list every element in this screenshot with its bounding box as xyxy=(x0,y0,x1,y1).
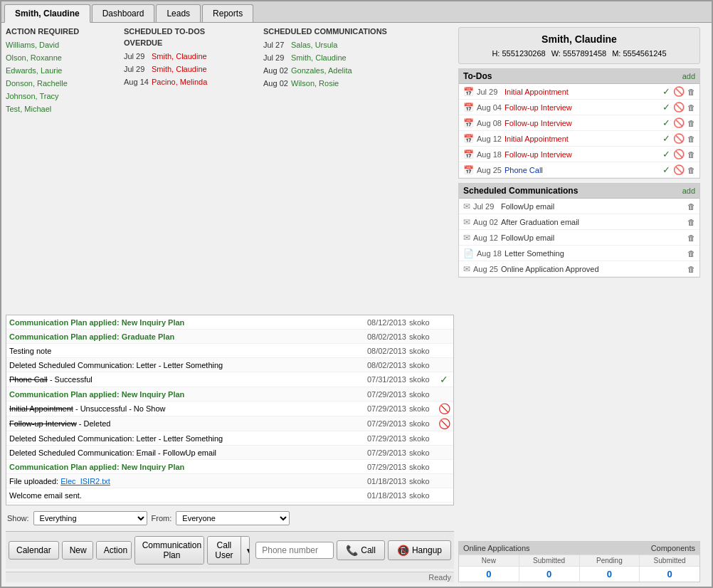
email-icon: ✉ xyxy=(463,264,470,274)
comm-trash-icon[interactable]: 🗑 xyxy=(687,233,695,242)
show-label: Show: xyxy=(7,514,29,523)
todo-no-icon[interactable]: 🚫 xyxy=(673,117,685,128)
tab-smith-claudine[interactable]: Smith, Claudine xyxy=(4,4,90,23)
comm-trash-icon[interactable]: 🗑 xyxy=(687,218,695,226)
comm-date: Aug 02 xyxy=(263,77,288,90)
call-label: Call xyxy=(361,545,376,555)
main-window: Smith, Claudine Dashboard Leads Reports … xyxy=(0,0,713,588)
todo-no-icon[interactable]: 🚫 xyxy=(673,133,685,144)
todo-row-name[interactable]: Follow-up Interview xyxy=(505,103,660,112)
todo-row-name[interactable]: Phone Call xyxy=(505,166,660,174)
show-select[interactable]: Everything Notes Todos xyxy=(33,511,147,525)
todo-check-icon[interactable]: ✓ xyxy=(662,164,670,175)
todo-check-icon[interactable]: ✓ xyxy=(662,149,670,159)
todo-trash-icon[interactable]: 🗑 xyxy=(687,166,695,174)
todo-name[interactable]: Smith, Claudine xyxy=(152,50,207,63)
log-row: Communication Plan applied: Graduate Pla… xyxy=(6,330,453,344)
log-user: skoko xyxy=(409,434,438,443)
todo-row-name[interactable]: Follow-up Interview xyxy=(505,150,660,159)
overdue-label: OVERDUE xyxy=(124,38,259,47)
log-text: Communication Plan applied: New Inquiry … xyxy=(9,390,356,399)
todo-row-name[interactable]: Initial Appointment xyxy=(505,88,660,96)
contact-work-phone: W: 5557891458 xyxy=(551,49,606,58)
todo-trash-icon[interactable]: 🗑 xyxy=(687,103,695,112)
log-user: skoko xyxy=(409,404,438,413)
comm-trash-icon[interactable]: 🗑 xyxy=(687,202,695,211)
action-item[interactable]: Donson, Rachelle xyxy=(6,77,120,90)
call-user-button[interactable]: Call User xyxy=(208,537,241,564)
log-date: 07/29/2013 xyxy=(356,463,409,471)
comm-date: Jul 27 xyxy=(263,38,288,51)
comm-trash-icon[interactable]: 🗑 xyxy=(687,249,695,258)
scheduled-comms-title: SCHEDULED COMMUNICATIONS xyxy=(263,27,454,36)
todo-trash-icon[interactable]: 🗑 xyxy=(687,135,695,143)
no-icon: 🚫 xyxy=(438,418,450,429)
tab-leads[interactable]: Leads xyxy=(156,4,201,22)
action-item[interactable]: Williams, David xyxy=(6,38,120,51)
scheduled-todos-section: SCHEDULED TO-DOS OVERDUE Jul 29 Smith, C… xyxy=(124,27,259,312)
action-item[interactable]: Olson, Roxanne xyxy=(6,51,120,64)
log-user: skoko xyxy=(409,361,438,369)
comm-row-date: Aug 18 xyxy=(477,249,502,258)
apps-header: Online Applications Components xyxy=(459,542,699,555)
new-button[interactable]: New xyxy=(63,542,93,559)
todo-no-icon[interactable]: 🚫 xyxy=(673,102,685,112)
todo-row-name[interactable]: Follow-up Interview xyxy=(505,119,660,127)
log-row: Deleted Scheduled Communication: Email -… xyxy=(6,446,453,460)
todos-add-link[interactable]: add xyxy=(682,72,695,80)
todo-row-name[interactable]: Initial Appointment xyxy=(505,135,660,143)
apps-col-submitted: Submitted 0 xyxy=(519,555,580,582)
log-date: 07/29/2013 xyxy=(356,448,409,457)
comm-row: ✉ Aug 12 FollowUp email 🗑 xyxy=(459,230,699,246)
log-user: skoko xyxy=(409,419,438,428)
apps-col-submitted-val: 0 xyxy=(519,567,579,582)
todo-check-icon[interactable]: ✓ xyxy=(662,133,670,144)
apps-col-comp-submitted-label: Submitted xyxy=(640,555,699,567)
todo-check-icon[interactable]: ✓ xyxy=(662,102,670,112)
comm-name[interactable]: Gonzales, Adelita xyxy=(291,64,352,77)
call-user-dropdown-arrow[interactable]: ▼ xyxy=(241,537,250,564)
todo-item: Jul 29 Smith, Claudine xyxy=(124,63,259,75)
comms-add-link[interactable]: add xyxy=(682,187,695,195)
hangup-button[interactable]: 📵 Hangup xyxy=(388,540,451,560)
comm-row-name: FollowUp email xyxy=(501,202,685,211)
comm-name[interactable]: Smith, Claudine xyxy=(291,51,347,64)
toolbar: Calendar New ▼ Action ▼ Communication Pl… xyxy=(6,531,454,569)
calendar-icon: 📅 xyxy=(463,87,474,97)
tab-dashboard[interactable]: Dashboard xyxy=(92,4,155,22)
letter-icon: 📄 xyxy=(463,248,474,258)
todo-no-icon[interactable]: 🚫 xyxy=(673,164,685,175)
action-button[interactable]: Action xyxy=(97,542,132,559)
comm-trash-icon[interactable]: 🗑 xyxy=(687,265,695,273)
action-item[interactable]: Edwards, Laurie xyxy=(6,64,120,77)
email-icon: ✉ xyxy=(463,217,470,227)
tab-reports[interactable]: Reports xyxy=(202,4,253,22)
todo-date: Aug 14 xyxy=(124,75,149,88)
log-text: Initial Appointment - Unsuccessful - No … xyxy=(9,404,356,413)
todo-no-icon[interactable]: 🚫 xyxy=(673,149,685,159)
comm-name[interactable]: Wilson, Rosie xyxy=(291,77,339,90)
todo-check-icon[interactable]: ✓ xyxy=(662,86,670,97)
action-item[interactable]: Test, Michael xyxy=(6,103,120,115)
action-item[interactable]: Johnson, Tracy xyxy=(6,90,120,103)
comm-name[interactable]: Salas, Ursula xyxy=(291,38,337,51)
phone-input[interactable] xyxy=(255,542,334,559)
calendar-button[interactable]: Calendar xyxy=(9,541,59,560)
call-button[interactable]: 📞 Call xyxy=(337,540,385,560)
todos-header: To-Dos add xyxy=(459,69,699,84)
todo-name[interactable]: Smith, Claudine xyxy=(152,63,207,75)
tab-bar: Smith, Claudine Dashboard Leads Reports xyxy=(1,1,712,23)
log-row: Deleted Scheduled Communication: Letter … xyxy=(6,358,453,372)
left-panel: ACTION REQUIRED Williams, David Olson, R… xyxy=(6,27,454,582)
log-container[interactable]: Communication Plan applied: New Inquiry … xyxy=(6,315,453,505)
todo-no-icon[interactable]: 🚫 xyxy=(673,86,685,97)
comm-plan-button[interactable]: Communication Plan xyxy=(135,537,205,564)
from-select[interactable]: Everyone Me xyxy=(176,511,290,525)
todo-row: 📅 Jul 29 Initial Appointment ✓ 🚫 🗑 xyxy=(459,84,699,100)
todo-trash-icon[interactable]: 🗑 xyxy=(687,88,695,96)
action-required-title: ACTION REQUIRED xyxy=(6,27,120,36)
todo-trash-icon[interactable]: 🗑 xyxy=(687,150,695,159)
todo-trash-icon[interactable]: 🗑 xyxy=(687,119,695,127)
todo-name[interactable]: Pacino, Melinda xyxy=(152,75,207,88)
todo-check-icon[interactable]: ✓ xyxy=(662,117,670,128)
